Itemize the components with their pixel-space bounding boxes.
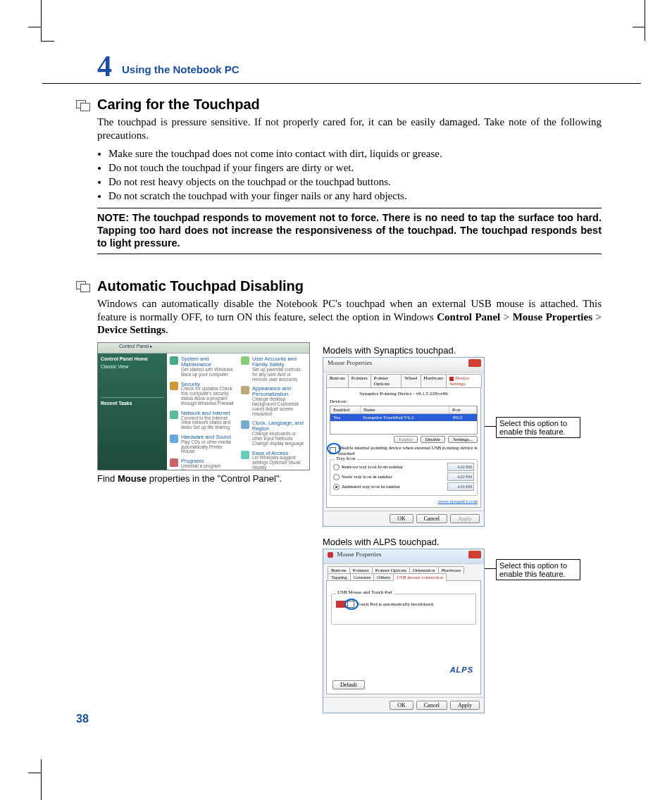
enable-button: Enable [394,436,417,443]
section-title: Caring for the Touchpad [97,96,260,113]
section-title: Automatic Touchpad Disabling [97,278,304,294]
chapter-title: Using the Notebook PC [122,63,239,75]
page-number: 38 [76,713,89,725]
highlight-circle-icon [344,599,359,610]
list-item: Make sure the touchpad does not come int… [108,146,602,161]
devices-label: Devices: [330,399,478,404]
close-icon [468,551,481,558]
note-box: NOTE: The touchpad responds to movement … [97,208,602,254]
callout-line [485,426,496,427]
apply-button: Apply [450,701,480,710]
section2-paragraph: Windows can automatically disable the No… [97,297,602,337]
intro-paragraph: The touchpad is pressure sensitive. If n… [97,115,602,142]
ok-button: OK [390,514,413,523]
cp-right-col: User Accounts and Family SafetySet up pa… [238,354,309,470]
device-row: Yes Synaptics TouchPad V6.2 PS/2 [330,414,477,421]
disable-checkbox-row: Disable internal pointing device when ex… [330,445,478,456]
tab: Buttons [326,374,349,387]
cp-left-col: System and MaintenanceGet started with W… [167,354,238,470]
breadcrumb: Control Panel ▸ [119,344,153,349]
list-item: Do not scratch the touchpad with your fi… [108,189,602,203]
figure-control-panel: Control Panel ▸ Control Panel Home Class… [97,342,310,713]
close-icon [468,359,481,367]
list-item: Do not touch the touchpad if your finger… [108,161,602,175]
tab: Wheel [401,374,421,387]
sidebar: Control Panel Home Classic View Recent T… [98,354,167,470]
usb-mouse-group: USB Mouse and Touch Pad Touch Pad is aut… [331,594,476,625]
tab-rows: Buttons Pointers Pointer Options Orienta… [323,564,484,580]
windows-icon [76,280,92,292]
tray-icon-group: Tray Icon Remove tray icon from taskbar4… [330,459,478,496]
figure-caption-alps: Models with ALPS touchpad. [323,537,492,547]
synaptics-link: www.synaptics.com [438,499,478,504]
section-auto-disable: Automatic Touchpad Disabling Windows can… [42,278,641,713]
tab: Pointer Options [371,374,402,387]
tab: Hardware [421,374,447,387]
chapter-number: 4 [97,49,112,83]
figures-row: Control Panel ▸ Control Panel Home Class… [97,342,641,713]
precaution-list: Make sure the touchpad does not come int… [97,146,602,204]
figure-caption: Find Mouse properties in the "Control Pa… [97,473,310,484]
callout-box: Select this option to enable this featur… [496,417,580,438]
list-item: Do not rest heavy objects on the touchpa… [108,175,602,189]
control-panel-screenshot: Control Panel ▸ Control Panel Home Class… [97,342,310,470]
version-text: Synaptics Pointing Device - v9.1.5 22Nov… [330,391,478,396]
ok-button: OK [390,701,413,710]
windows-icon [76,99,92,111]
alps-logo: ALPS [450,665,473,674]
chapter-header: 4 Using the Notebook PC [42,49,641,84]
cancel-button: Cancel [416,514,447,523]
settings-button: Settings... [448,436,478,443]
synaptics-screenshot: Mouse Properties Buttons Pointers Pointe… [323,357,485,527]
figures-right-col: Models with Synaptics touchpad. Mouse Pr… [323,342,492,713]
page-content: 4 Using the Notebook PC Caring for the T… [42,0,641,713]
figure-caption-syn: Models with Synaptics touchpad. [323,345,492,356]
default-button: Default [332,680,365,689]
section-caring: Caring for the Touchpad The touchpad is … [42,96,641,254]
cancel-button: Cancel [416,701,447,710]
alps-screenshot: Mouse Properties Buttons Pointers Pointe… [323,549,485,713]
tab-row: Buttons Pointers Pointer Options Wheel H… [323,373,484,387]
tab: Pointers [348,374,371,387]
window-title: Mouse Properties [328,359,372,366]
callout-box: Select this option to enable this featur… [496,559,580,580]
apply-button: Apply [450,514,480,523]
window-title: Mouse Properties [337,551,381,558]
callout-line [485,568,496,569]
device-list: Enabled Name Port Yes Synaptics TouchPad… [330,406,478,435]
tab-active: USB mouse connection [393,573,447,581]
tab-active: Device Settings [446,374,482,387]
disable-button: Disable [421,436,445,443]
